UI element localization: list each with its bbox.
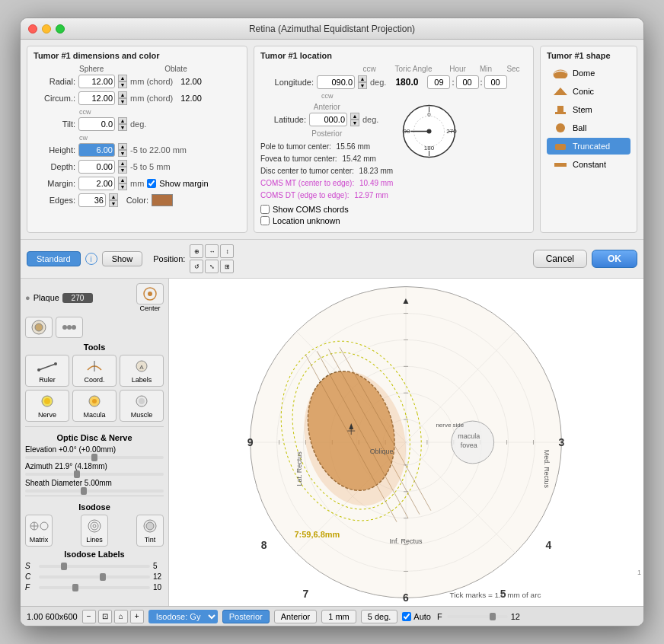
cancel-button[interactable]: Cancel — [533, 250, 587, 268]
min-input[interactable] — [456, 75, 479, 89]
canvas-area[interactable]: 9 3 ▲ 8 4 7 5 6 macula fovea nerve side … — [169, 279, 643, 606]
depth-up[interactable]: ▲ — [118, 160, 127, 167]
lines-btn[interactable]: Lines — [81, 515, 108, 547]
location-unknown-checkbox[interactable] — [260, 216, 270, 225]
zoom-in-btn[interactable]: + — [130, 610, 144, 623]
f-status-thumb[interactable] — [490, 613, 496, 620]
plaque-icon-2[interactable] — [56, 317, 83, 338]
tilt-up[interactable]: ▲ — [118, 117, 127, 124]
height-down[interactable]: ▼ — [118, 150, 127, 157]
shape-stem-btn[interactable]: Stem — [547, 101, 630, 118]
minimize-button[interactable] — [42, 24, 51, 33]
sheath-thumb[interactable] — [81, 487, 87, 495]
shape-conic-btn[interactable]: Conic — [547, 83, 630, 100]
tint-btn[interactable]: Tint — [136, 515, 164, 547]
longitude-stepper[interactable]: ▲ ▼ — [358, 75, 367, 89]
height-range: -5 to 22.00 mm — [130, 145, 187, 155]
shape-truncated-btn[interactable]: Truncated — [547, 138, 630, 155]
maximize-button[interactable] — [56, 24, 65, 33]
ok-button[interactable]: OK — [592, 250, 637, 268]
auto-checkbox[interactable] — [402, 612, 411, 621]
radial-stepper[interactable]: ▲ ▼ — [118, 75, 127, 88]
zoom-out-btn[interactable]: − — [82, 610, 96, 623]
show-coms-checkbox[interactable] — [260, 205, 270, 214]
labels-btn[interactable]: A Labels — [120, 355, 164, 387]
tilt-stepper[interactable]: ▲ ▼ — [118, 117, 127, 131]
latitude-input[interactable] — [309, 113, 347, 126]
edges-up[interactable]: ▲ — [109, 193, 118, 200]
show-margin-checkbox[interactable] — [147, 179, 156, 188]
radial-down[interactable]: ▼ — [118, 81, 127, 88]
info-icon[interactable]: i — [85, 253, 97, 265]
hour-input[interactable] — [427, 75, 450, 89]
height-input[interactable] — [78, 143, 115, 157]
time-input-group: : : — [427, 75, 506, 89]
color-picker[interactable] — [152, 194, 173, 206]
margin-down[interactable]: ▼ — [118, 183, 127, 190]
center-icon[interactable] — [136, 283, 164, 304]
f-thumb[interactable] — [72, 584, 78, 591]
zoom-home-btn[interactable]: ⌂ — [114, 610, 128, 623]
matrix-btn[interactable]: Matrix — [25, 515, 53, 547]
pos-btn-6[interactable]: ⊞ — [220, 260, 234, 273]
deg-btn[interactable]: 5 deg. — [361, 610, 398, 623]
radial-up[interactable]: ▲ — [118, 75, 127, 81]
shape-ball-btn[interactable]: Ball — [547, 120, 630, 136]
elevation-thumb[interactable] — [91, 454, 97, 461]
shape-dome-btn[interactable]: Dome — [547, 65, 630, 81]
coord-btn[interactable]: Coord. — [72, 355, 117, 387]
azimuth-thumb[interactable] — [74, 470, 80, 478]
margin-stepper[interactable]: ▲ ▼ — [118, 177, 127, 190]
radial-input[interactable] — [78, 75, 115, 88]
nerve-icon — [37, 393, 58, 410]
ruler-btn[interactable]: Ruler — [25, 355, 69, 387]
circum-down[interactable]: ▼ — [118, 98, 127, 105]
margin-up[interactable]: ▲ — [118, 177, 127, 183]
pos-btn-2[interactable]: ↔ — [205, 244, 219, 258]
height-stepper[interactable]: ▲ ▼ — [118, 143, 127, 157]
num-6: 6 — [403, 591, 409, 604]
pos-btn-3[interactable]: ↕ — [220, 244, 234, 258]
zoom-fit-btn[interactable]: ⊡ — [98, 610, 112, 623]
tilt-input[interactable] — [78, 117, 115, 131]
s-thumb[interactable] — [61, 563, 67, 570]
plaque-icon-1[interactable] — [25, 317, 53, 338]
depth-down[interactable]: ▼ — [118, 167, 127, 174]
margin-input[interactable] — [78, 177, 115, 190]
sec-input[interactable] — [484, 75, 507, 89]
longitude-input[interactable] — [317, 75, 355, 89]
tilt-down[interactable]: ▼ — [118, 124, 127, 131]
c-thumb[interactable] — [100, 573, 106, 581]
depth-stepper[interactable]: ▲ ▼ — [118, 160, 127, 174]
height-up[interactable]: ▲ — [118, 143, 127, 150]
close-button[interactable] — [28, 24, 37, 33]
shape-constant-btn[interactable]: Constant — [547, 156, 630, 173]
pos-btn-4[interactable]: ↺ — [190, 260, 203, 273]
depth-input[interactable] — [78, 160, 115, 174]
edges-down[interactable]: ▼ — [109, 200, 118, 207]
muscle-btn[interactable]: Muscle — [120, 390, 164, 422]
nerve-btn[interactable]: Nerve — [25, 390, 69, 422]
pole-row: Pole to tumor center: 15.56 mm — [260, 141, 393, 153]
circum-up[interactable]: ▲ — [118, 91, 127, 98]
longitude-down[interactable]: ▼ — [358, 82, 367, 89]
show-button[interactable]: Show — [102, 251, 143, 266]
macula-btn[interactable]: Macula — [72, 390, 117, 422]
edges-input[interactable] — [78, 193, 106, 207]
anterior-btn[interactable]: Anterior — [274, 610, 318, 623]
longitude-up[interactable]: ▲ — [358, 75, 367, 82]
pos-btn-5[interactable]: ⤡ — [205, 260, 219, 273]
pos-btn-1[interactable]: ⊕ — [190, 244, 203, 258]
mm-btn[interactable]: 1 mm — [321, 610, 356, 623]
latitude-stepper[interactable]: ▲ ▼ — [350, 113, 359, 126]
latitude-down[interactable]: ▼ — [350, 120, 359, 126]
circum-input[interactable] — [78, 91, 115, 105]
latitude-up[interactable]: ▲ — [350, 113, 359, 120]
standard-button[interactable]: Standard — [27, 251, 81, 266]
circum-stepper[interactable]: ▲ ▼ — [118, 91, 127, 105]
center-btn[interactable]: Center — [136, 283, 164, 312]
oblique-label: Oblique — [370, 448, 394, 455]
isodose-dropdown[interactable]: Isodose: Gy — [148, 610, 218, 623]
posterior-btn[interactable]: Posterior — [222, 610, 270, 623]
edges-stepper[interactable]: ▲ ▼ — [109, 193, 118, 207]
